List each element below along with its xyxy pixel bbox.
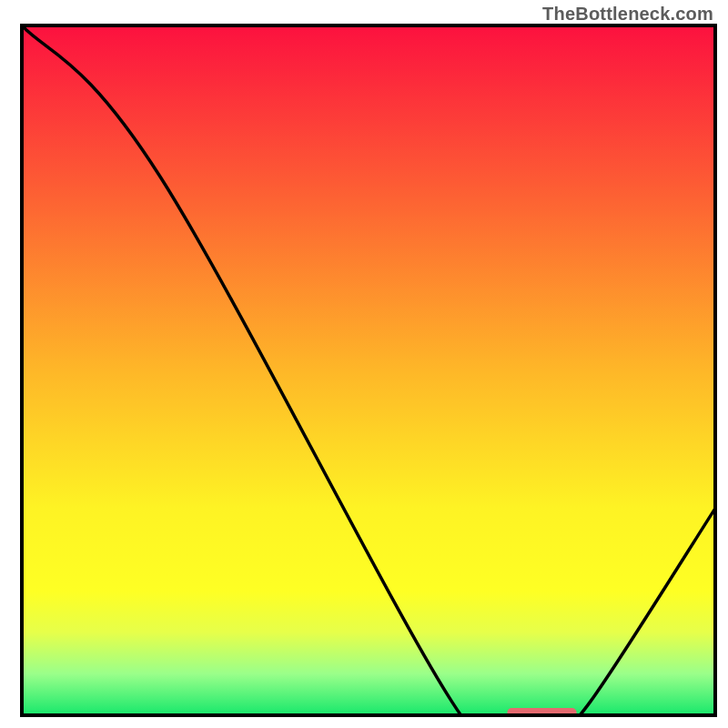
- chart-container: TheBottleneck.com: [0, 0, 728, 728]
- bottleneck-chart: [0, 0, 728, 728]
- watermark-text: TheBottleneck.com: [542, 4, 713, 25]
